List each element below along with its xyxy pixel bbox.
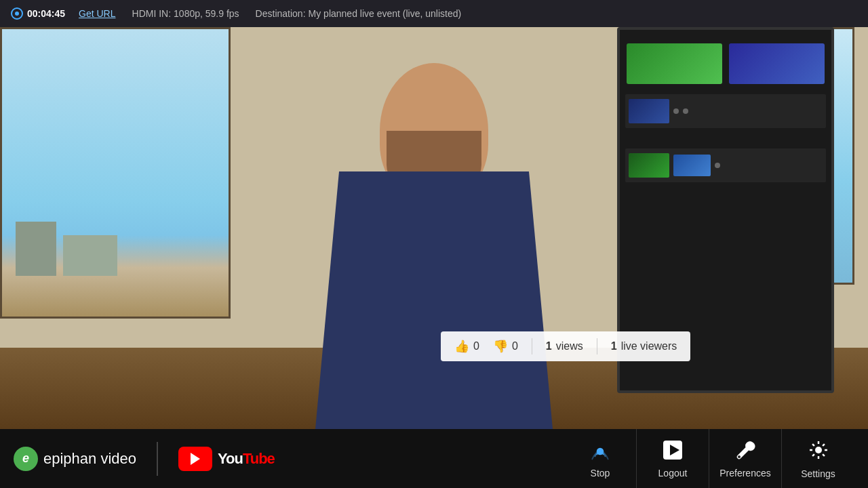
timer-value: 00:04:45 — [27, 8, 65, 19]
hdmi-label: HDMI IN:1080p, 59.9 fps — [130, 8, 239, 19]
get-url-link[interactable]: Get URL — [79, 8, 115, 19]
controls-section: Stop Logout Preferences — [434, 429, 868, 488]
stats-divider-2 — [597, 338, 597, 354]
dislikes-count: 0 — [512, 340, 518, 352]
svg-point-4 — [738, 455, 741, 458]
gear-svg-icon — [807, 439, 830, 462]
preferences-button[interactable]: Preferences — [709, 429, 782, 488]
person-figure — [271, 0, 597, 429]
views-count: 1 — [546, 340, 552, 352]
rack-screen-blue — [729, 43, 825, 84]
stop-broadcast-icon — [588, 439, 612, 464]
bottom-bar: e epiphan video YouTube — [0, 429, 868, 488]
live-viewers-stat: 1 live viewers — [611, 340, 677, 352]
building-2 — [63, 235, 117, 276]
timer-display: 00:04:45 — [11, 7, 65, 20]
svg-point-5 — [815, 447, 822, 453]
status-bar: 00:04:45 Get URL HDMI IN:1080p, 59.9 fps… — [0, 0, 868, 27]
stats-overlay: 👍 0 👎 0 1 views 1 live viewers — [441, 331, 690, 361]
brand-separator — [157, 442, 158, 476]
views-stat: 1 views — [546, 340, 583, 352]
rack-dot-2 — [683, 108, 688, 114]
rack-unit-1-screen — [629, 99, 669, 123]
video-area: 👍 0 👎 0 1 views 1 live viewers — [0, 0, 868, 429]
settings-gear-icon — [807, 439, 830, 464]
stop-button[interactable]: Stop — [564, 429, 637, 488]
settings-label: Settings — [801, 468, 835, 479]
youtube-play-icon — [178, 447, 212, 471]
youtube-text: YouTube — [218, 450, 275, 468]
logout-label: Logout — [658, 468, 688, 479]
rack-screen-green — [627, 43, 722, 84]
live-indicator-icon — [11, 7, 23, 20]
logout-svg-icon — [662, 439, 684, 461]
views-label: views — [556, 340, 583, 352]
live-viewers-label: live viewers — [621, 340, 677, 352]
epiphan-logo: e epiphan video — [14, 447, 136, 471]
rack-unit-2-screen-blue — [673, 155, 711, 176]
buildings-left — [2, 235, 229, 317]
preferences-wrench-icon — [734, 439, 756, 464]
youtube-logo: YouTube — [178, 447, 275, 471]
thumbs-down-icon: 👎 — [493, 339, 508, 354]
stats-divider — [532, 338, 532, 354]
window-left — [0, 27, 231, 319]
building-1 — [16, 222, 56, 276]
likes-stat: 👍 0 — [454, 339, 479, 354]
rack-top-screens — [620, 37, 831, 91]
brand-section: e epiphan video YouTube — [0, 442, 434, 476]
stop-label: Stop — [591, 468, 610, 479]
person-shirt — [315, 171, 553, 429]
settings-button[interactable]: Settings — [782, 429, 854, 488]
epiphan-name: epiphan video — [43, 450, 136, 468]
rack-unit-2-screen — [629, 153, 669, 178]
logout-play-icon — [662, 439, 684, 464]
broadcast-svg-icon — [588, 439, 612, 464]
epiphan-e-icon: e — [14, 447, 38, 471]
thumbs-up-icon: 👍 — [454, 339, 469, 354]
rack-unit-2 — [625, 148, 826, 182]
destination-label: Destination:My planned live event (live,… — [253, 8, 462, 19]
rack-unit-1 — [625, 94, 826, 128]
youtube-triangle — [191, 453, 200, 465]
video-scene: 👍 0 👎 0 1 views 1 live viewers — [0, 0, 868, 429]
rack-dot-3 — [715, 163, 720, 168]
live-viewers-count: 1 — [611, 340, 617, 352]
wrench-svg-icon — [734, 439, 756, 461]
logout-button[interactable]: Logout — [637, 429, 709, 488]
rack-dot-1 — [673, 108, 679, 114]
preferences-label: Preferences — [719, 468, 770, 479]
likes-count: 0 — [473, 340, 479, 352]
dislikes-stat: 👎 0 — [493, 339, 518, 354]
